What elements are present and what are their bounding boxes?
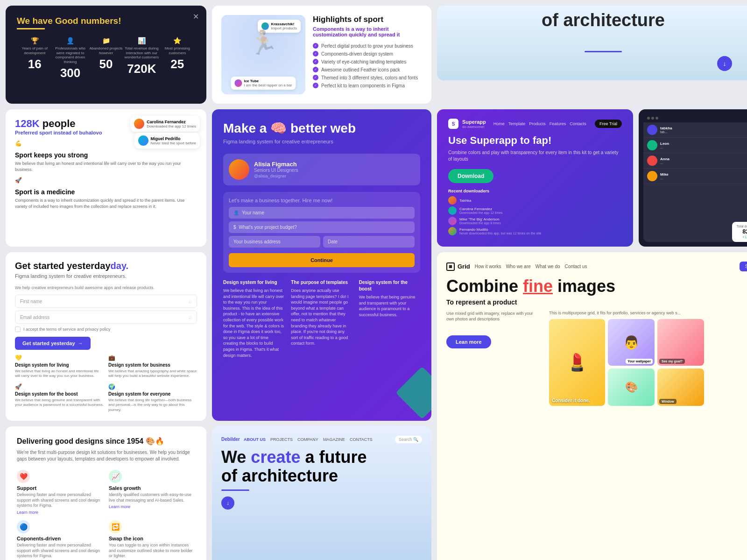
- stat-abandoned-label: Abandoned projects however: [88, 46, 124, 55]
- get-started-subtitle: Figma landing system for creative entrep…: [15, 273, 197, 279]
- arch-nav-magazine[interactable]: MAGAZINE: [323, 437, 345, 442]
- components-icon: 🔵: [17, 520, 30, 533]
- arch-create: create: [251, 447, 300, 467]
- total-downloads-widget: Total downloads 824. +12.5K: [732, 222, 747, 242]
- sport-badge2-name: Ice Tube: [244, 79, 292, 83]
- folder-icon: 📁: [88, 37, 124, 44]
- sport-feature-1: ✓ Perfect digital product to grow your b…: [313, 43, 422, 49]
- nav-contacts[interactable]: Contacts: [570, 121, 586, 126]
- col-design-living: Design system for living We believe that…: [223, 279, 284, 358]
- downloader-1: Takhka: [448, 196, 622, 205]
- chat-avatar-3: [647, 156, 657, 166]
- grid-nav-contact[interactable]: Contact us: [565, 264, 587, 269]
- arch-search[interactable]: Search 🔍: [395, 436, 422, 443]
- sport-badge2-role: I am the best rapper on a bar: [244, 83, 292, 87]
- grid-images: 💄 Consider it done. 👨 Your wallpaper See…: [549, 319, 747, 406]
- feature-name-components: Coponents-driven: [17, 536, 103, 541]
- person-field-icon: 👤: [233, 210, 239, 215]
- grid-nav-how[interactable]: How it works: [475, 264, 501, 269]
- address-date-row: Your business address Date: [229, 236, 415, 250]
- budget-field[interactable]: $ What's your project budget?: [229, 221, 415, 233]
- gs-feature-desc-3: We believe that being genuine and transp…: [15, 398, 104, 408]
- download-button[interactable]: Download: [448, 169, 493, 183]
- arch-bar: [585, 51, 622, 52]
- grid-sign-button[interactable]: Sign: [740, 262, 747, 271]
- get-started-title: Get started yesterdayday.: [15, 261, 197, 271]
- gs-feature-3: 🚀 Design system for the boost We believe…: [15, 383, 104, 412]
- continue-button[interactable]: Continue: [229, 253, 415, 267]
- col-purpose: The purpose of templates Does anyone act…: [291, 279, 352, 358]
- grid-col2-desc: This is multipurpose grid, it fits for p…: [549, 311, 747, 315]
- arch-bar2: [221, 489, 249, 491]
- superapp-nav-items: Home Template Products Features Contacts: [493, 121, 586, 126]
- grid-hero-subtitle: To represent a product: [446, 298, 747, 306]
- features-grid: 💛 Design system for living We believe th…: [15, 354, 197, 412]
- sport-badge2-avatar: [234, 79, 242, 87]
- stat-years: 🏆 Years of pain of development 16: [17, 37, 52, 80]
- nav-home[interactable]: Home: [493, 121, 505, 126]
- arch-down-button[interactable]: ↓: [717, 56, 732, 71]
- grid-col2-area: This is multipurpose grid, it fits for p…: [549, 311, 747, 406]
- dot-2: [651, 117, 654, 120]
- email-input[interactable]: Email address ⌕: [15, 311, 197, 324]
- stats-card: ✕ We have Good numbers! 🏆 Years of pain …: [6, 6, 206, 104]
- person-avatar-2: [138, 135, 148, 146]
- name-field[interactable]: 👤 Your name: [229, 207, 415, 219]
- arch-nav-logo: Debilder: [221, 437, 240, 442]
- grid-section-nav: ▦ Grid How it works Who we are What we d…: [446, 262, 747, 271]
- arch-nav-company[interactable]: COMPANY: [297, 437, 318, 442]
- downloader-4: Fernando Mudillo Never downloaded this a…: [448, 227, 622, 235]
- nav-products[interactable]: Products: [529, 121, 546, 126]
- your-work-label: Your wallpaper: [626, 359, 653, 364]
- address-field[interactable]: Your business address: [229, 236, 320, 248]
- arch-nav-about[interactable]: ABOUT US: [244, 437, 266, 442]
- grid-logo: ▦ Grid: [446, 262, 470, 271]
- stat-abandoned-value: 50: [88, 57, 124, 71]
- feature-2-desc: Components is a way to inherit customiza…: [15, 198, 197, 209]
- grid-nav-who[interactable]: Who we are: [506, 264, 530, 269]
- close-icon[interactable]: ✕: [193, 12, 199, 21]
- arch-nav-projects[interactable]: PROJECTS: [270, 437, 293, 442]
- arch-title-text: of architecture: [437, 10, 747, 30]
- person-float-1: Carolina Fernandez Downloaded the app 12…: [130, 116, 200, 132]
- feature-desc-support: Delivering faster and more personalized …: [17, 492, 103, 509]
- sport-title: Highlights of sport: [313, 15, 422, 24]
- grid-section-card: ▦ Grid How it works Who we are What we d…: [437, 252, 747, 560]
- learn-more-support[interactable]: Learn more: [17, 510, 103, 515]
- first-name-input[interactable]: First name ⌕: [15, 295, 197, 308]
- arch-down-button[interactable]: ↓: [221, 496, 234, 510]
- date-field[interactable]: Date: [323, 236, 415, 248]
- superapp-logo: S: [448, 119, 458, 129]
- gs-feature-2: 💼 Design system for business We believe …: [108, 354, 197, 379]
- lipstick-icon: 💄: [567, 353, 588, 372]
- nav-template[interactable]: Template: [508, 121, 526, 126]
- learn-more-button[interactable]: Lean more: [446, 335, 491, 348]
- chat-item-4: Mike...: [643, 169, 747, 184]
- profile-name: Alisia Figmach: [254, 161, 298, 168]
- learn-more-sales[interactable]: Learn more: [109, 504, 195, 509]
- stat-years-value: 16: [17, 57, 52, 71]
- col-boost: Design system for the boost We believe t…: [359, 279, 420, 358]
- nav-features[interactable]: Features: [550, 121, 566, 126]
- stat-years-label: Years of pain of development: [17, 46, 52, 55]
- profile-avatar: [229, 159, 249, 180]
- terms-checkbox[interactable]: [15, 326, 21, 332]
- grid-overlay-3: Window: [659, 399, 677, 404]
- total-value: 824.: [737, 228, 747, 235]
- grid-nav-what[interactable]: What we do: [536, 264, 560, 269]
- person-name-2: Miguel Pedrillo: [151, 136, 196, 141]
- free-trial-button[interactable]: Free Trial: [595, 120, 622, 128]
- arch-nav-contacts[interactable]: CONTACTS: [350, 437, 373, 442]
- get-started-button[interactable]: Get started yesterday →: [15, 337, 91, 350]
- chat-avatar-4: [647, 171, 657, 181]
- arch-hero-title: We create a futureof architecture: [221, 448, 422, 485]
- stat-abandoned: 📁 Abandoned projects however 50: [88, 37, 124, 80]
- hire-form: Let's make a business together. Hire me …: [223, 192, 420, 273]
- stat-customers-label: Most promising customers: [160, 46, 195, 55]
- sport-badge-name: Krassavchik!: [271, 22, 297, 26]
- grid-image-4: 🎨: [608, 369, 655, 406]
- grid-overlay-1: Consider it done.: [552, 398, 590, 403]
- better-web-subtitle: Figma landing system for creative entrep…: [223, 139, 420, 144]
- sport-feature-3: ✓ Variety of eye-catching landing templa…: [313, 59, 422, 64]
- person-icon: 👤: [52, 37, 88, 44]
